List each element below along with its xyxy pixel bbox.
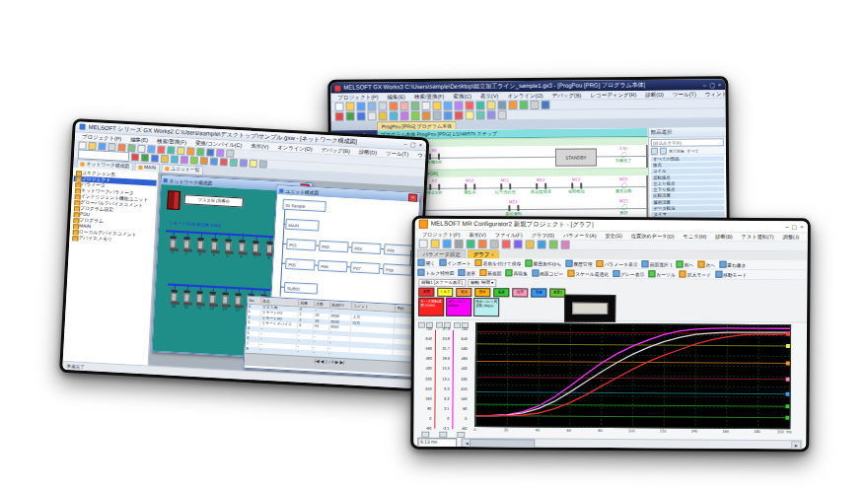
menu-item[interactable]: 表示(V) <box>248 142 271 150</box>
toolbar-icon[interactable] <box>346 112 355 121</box>
toolbar-icon[interactable] <box>230 159 238 167</box>
graph-toolbar-button[interactable]: 履歴条件待ち <box>525 259 561 266</box>
parts-list-item[interactable]: 接点 <box>651 163 724 169</box>
toolbar-icon[interactable] <box>443 102 452 110</box>
graph-toolbar-button[interactable]: カーソル <box>648 270 676 277</box>
remote-station-device[interactable]: 13 <box>209 292 216 311</box>
remote-station-device[interactable]: 4 <box>211 239 218 257</box>
flow-box[interactable]: SUB01 <box>284 282 319 295</box>
axis-tab[interactable]: 横軸: 時間 ▾ <box>468 279 496 287</box>
toolbar-icon[interactable] <box>147 145 155 153</box>
menu-item[interactable]: 診断(B) <box>712 233 735 240</box>
graph-toolbar-button[interactable]: 波形 <box>459 269 476 276</box>
graph-toolbar-button[interactable]: 名前を付けて保存 <box>475 259 522 266</box>
toolbar-icon[interactable] <box>454 102 463 110</box>
toolbar-icon[interactable] <box>379 111 388 120</box>
graph-toolbar-button[interactable]: 履歴管理 <box>565 260 592 267</box>
graph-toolbar-button[interactable]: 重ね書き <box>719 261 746 268</box>
menu-item[interactable]: 検索/置換(F) <box>154 137 189 146</box>
column-header[interactable]: 先頭XY <box>330 301 352 309</box>
toolbar-icon[interactable] <box>167 146 175 154</box>
channel-chip[interactable]: 母線 <box>531 288 546 297</box>
graph-toolbar-button[interactable]: インポート <box>439 259 470 266</box>
channel-chip[interactable]: 偏差 <box>493 288 509 297</box>
close-icon[interactable]: × <box>408 193 417 201</box>
plot-area[interactable]: 020406080100120140160180200ms <box>474 322 801 439</box>
remote-station-device[interactable]: 7 <box>253 241 259 259</box>
column-header[interactable]: 点数 <box>315 301 330 309</box>
flow-box[interactable]: 01 Sample <box>282 199 326 212</box>
waveform-chart[interactable] <box>474 322 791 429</box>
remote-station-device[interactable]: 3 <box>197 238 204 256</box>
horizontal-scrollbar[interactable]: ◀ ▶ <box>461 437 802 449</box>
ladder-contact[interactable]: M21連続運転 <box>498 199 528 217</box>
function-block[interactable]: STANDBY <box>555 148 597 166</box>
parts-list-item[interactable]: すべての部品 <box>651 156 724 162</box>
column-header[interactable]: No. <box>248 297 261 305</box>
toolbar-icon[interactable] <box>220 158 228 166</box>
toolbar-icon[interactable] <box>141 154 149 162</box>
menu-item[interactable]: プロジェクト(P) <box>334 94 381 101</box>
toolbar-icon[interactable] <box>519 101 528 109</box>
channel-chip[interactable]: 電流 <box>456 288 471 297</box>
channel-legend-box[interactable]: 指令パルス周波数 (kpps) <box>473 298 499 316</box>
toolbar-icon[interactable] <box>549 241 558 249</box>
toolbar-icon[interactable] <box>367 102 376 110</box>
parts-list-item[interactable]: コイル <box>651 169 724 175</box>
menu-item[interactable]: ツール(T) <box>383 150 412 159</box>
remote-station-device[interactable]: 11 <box>183 290 190 309</box>
toolbar-icon[interactable] <box>368 111 377 120</box>
toolbar-icon[interactable] <box>422 111 431 120</box>
flow-box[interactable]: P08 <box>383 263 413 276</box>
toolbar-icon[interactable] <box>432 102 441 110</box>
toolbar-icon[interactable] <box>240 159 248 167</box>
toolbar-icon[interactable] <box>486 101 495 109</box>
maximize-icon[interactable]: ▢ <box>410 142 416 148</box>
toolbar-icon[interactable] <box>335 112 344 121</box>
minimize-icon[interactable]: – <box>785 224 788 230</box>
remote-station-device[interactable]: 15 <box>235 293 242 312</box>
menu-item[interactable]: パラメータ(A) <box>560 232 599 239</box>
channel-chip[interactable]: 速度 <box>418 288 434 297</box>
menu-item[interactable]: 診断(D) <box>642 91 667 98</box>
minimize-icon[interactable]: – <box>703 82 706 88</box>
ladder-contact[interactable]: M12原点復帰済 <box>526 177 555 195</box>
remote-station-device[interactable]: 12 <box>196 291 203 310</box>
toolbar-icon[interactable] <box>508 101 517 109</box>
menu-item[interactable]: レコーディング(R) <box>587 92 639 99</box>
graph-toolbar-button[interactable]: 画面コピー <box>532 269 563 276</box>
menu-item[interactable]: デバッグ(B) <box>548 92 584 99</box>
ladder-coil[interactable]: M22〇保持 <box>607 198 640 216</box>
toolbar-icon[interactable] <box>196 148 204 156</box>
toolbar-icon[interactable] <box>151 154 159 162</box>
maximize-icon[interactable]: ▢ <box>709 82 715 88</box>
remote-station-device[interactable]: 6 <box>239 240 246 258</box>
toolbar-icon[interactable] <box>389 102 398 110</box>
toolbar-icon[interactable] <box>514 240 523 248</box>
axis-tab[interactable]: 縦軸1 [スケール表示] <box>418 279 466 287</box>
toolbar-icon[interactable] <box>250 160 257 168</box>
graph-toolbar-button[interactable]: グレー表示 <box>613 270 644 277</box>
menu-item[interactable]: ツール(O) <box>805 234 811 241</box>
column-header[interactable]: 局番 <box>299 300 315 308</box>
parts-list-item[interactable]: データ転送 <box>651 205 724 211</box>
toolbar-icon[interactable] <box>530 101 539 109</box>
filter-icon[interactable] <box>651 148 658 155</box>
toolbar-icon[interactable] <box>399 102 408 110</box>
toolbar-icon[interactable] <box>467 240 475 248</box>
close-icon[interactable]: × <box>800 224 804 230</box>
flow-box[interactable]: P01 <box>286 239 317 251</box>
graph-toolbar-button[interactable]: スケール最適化 <box>567 270 609 277</box>
toolbar-icon[interactable] <box>443 240 452 248</box>
close-icon[interactable]: × <box>418 142 422 148</box>
flow-box[interactable]: MAIN <box>285 219 320 232</box>
menu-item[interactable]: 変換(C) <box>450 93 474 100</box>
menu-item[interactable]: ファイル(F) <box>492 232 526 239</box>
toolbar-icon[interactable] <box>478 240 487 248</box>
flow-box[interactable]: P07 <box>350 261 381 274</box>
toolbar-icon[interactable] <box>455 111 464 120</box>
parts-list-item[interactable]: 算術演算 <box>651 199 724 205</box>
toolbar-icon[interactable] <box>190 156 198 164</box>
ladder-contact[interactable]: M10運転中 <box>455 177 484 195</box>
ladder-coil[interactable]: M20〇搬送起動 <box>607 176 640 194</box>
